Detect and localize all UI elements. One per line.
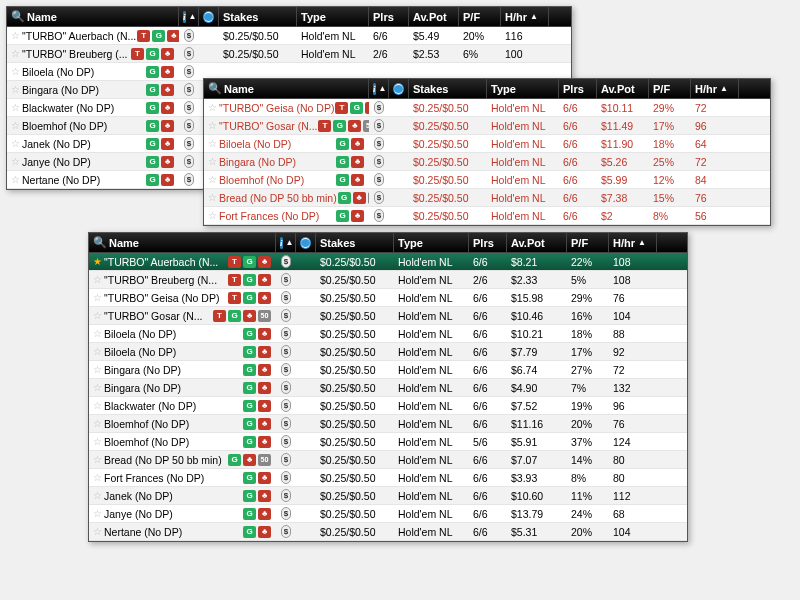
col-type[interactable]: Type [487,79,559,98]
cell-avpot: $5.31 [507,526,567,538]
cell-currency: $ [369,137,389,150]
col-avpot[interactable]: Av.Pot [409,7,459,26]
table-row[interactable]: ☆ Bingara (No DP) G♣ $ $0.25/$0.50 Hold'… [89,361,687,379]
table-row[interactable]: ☆ "TURBO" Gosar (N... TG♣50 $ $0.25/$0.5… [204,117,770,135]
col-name[interactable]: 🔍Name [204,79,369,98]
star-icon[interactable]: ☆ [93,346,102,357]
cell-plrs: 6/6 [469,310,507,322]
star-icon[interactable]: ☆ [93,418,102,429]
table-name: Bread (No DP 50 bb min) [104,454,222,466]
badge-p-icon: ♣ [258,526,271,538]
star-icon[interactable]: ☆ [93,454,102,465]
table-badges: G♣ [242,490,272,502]
table-row[interactable]: ☆ Bingara (No DP) G♣ $ $0.25/$0.50 Hold'… [204,153,770,171]
col-plrs[interactable]: Plrs [469,233,507,252]
table-row[interactable]: ☆ Biloela (No DP) G♣ $ $0.25/$0.50 Hold'… [89,325,687,343]
table-row[interactable]: ☆ Blackwater (No DP) G♣ $ $0.25/$0.50 Ho… [89,397,687,415]
table-row[interactable]: ☆ "TURBO" Breuberg (N... TG♣ $ $0.25/$0.… [89,271,687,289]
star-icon[interactable]: ★ [93,256,102,267]
col-pf[interactable]: P/F [567,233,609,252]
col-info[interactable]: i▲ [276,233,296,252]
star-icon[interactable]: ☆ [11,30,20,41]
star-icon[interactable]: ☆ [93,436,102,447]
col-name[interactable]: 🔍Name [7,7,179,26]
table-row[interactable]: ☆ "TURBO" Geisa (No DP) TG♣ $ $0.25/$0.5… [89,289,687,307]
table-row[interactable]: ☆ Janek (No DP) G♣ $ $0.25/$0.50 Hold'em… [89,487,687,505]
table-row[interactable]: ☆ Bread (No DP 50 bb min) G♣50 $ $0.25/$… [204,189,770,207]
col-region[interactable] [199,7,219,26]
col-hhr[interactable]: H/hr▲ [501,7,549,26]
table-row[interactable]: ☆ Biloela (No DP) G♣ $ $0.25/$0.50 Hold'… [89,343,687,361]
star-icon[interactable]: ☆ [93,490,102,501]
star-icon[interactable]: ☆ [11,48,20,59]
table-row[interactable]: ☆ "TURBO" Breuberg (... TG♣ $ $0.25/$0.5… [7,45,571,63]
star-icon[interactable]: ☆ [93,508,102,519]
badge-t-icon: T [228,256,241,268]
table-row[interactable]: ☆ Fort Frances (No DP) G♣ $ $0.25/$0.50 … [204,207,770,225]
table-row[interactable]: ☆ "TURBO" Gosar (N... TG♣50 $ $0.25/$0.5… [89,307,687,325]
col-type[interactable]: Type [394,233,469,252]
star-icon[interactable]: ☆ [93,274,102,285]
star-icon[interactable]: ☆ [208,192,217,203]
col-hhr[interactable]: H/hr▲ [609,233,657,252]
table-row[interactable]: ☆ "TURBO" Geisa (No DP) TG♣ $ $0.25/$0.5… [204,99,770,117]
table-row[interactable]: ☆ Janye (No DP) G♣ $ $0.25/$0.50 Hold'em… [89,505,687,523]
table-row[interactable]: ☆ Bloemhof (No DP) G♣ $ $0.25/$0.50 Hold… [204,171,770,189]
table-row[interactable]: ☆ Fort Frances (No DP) G♣ $ $0.25/$0.50 … [89,469,687,487]
star-icon[interactable]: ☆ [208,102,217,113]
col-region[interactable] [296,233,316,252]
col-plrs[interactable]: Plrs [559,79,597,98]
col-avpot[interactable]: Av.Pot [507,233,567,252]
col-pf[interactable]: P/F [649,79,691,98]
table-row[interactable]: ☆ Bread (No DP 50 bb min) G♣50 $ $0.25/$… [89,451,687,469]
col-type[interactable]: Type [297,7,369,26]
table-row[interactable]: ☆ Bloemhof (No DP) G♣ $ $0.25/$0.50 Hold… [89,433,687,451]
star-icon[interactable]: ☆ [11,120,20,131]
table-row[interactable]: ☆ Bloemhof (No DP) G♣ $ $0.25/$0.50 Hold… [89,415,687,433]
col-stakes[interactable]: Stakes [409,79,487,98]
star-icon[interactable]: ☆ [11,174,20,185]
col-info[interactable]: i▲ [369,79,389,98]
cell-currency: $ [276,255,296,268]
star-icon[interactable]: ☆ [11,102,20,113]
star-icon[interactable]: ☆ [93,472,102,483]
star-icon[interactable]: ☆ [208,138,217,149]
star-icon[interactable]: ☆ [93,382,102,393]
table-row[interactable]: ★ "TURBO" Auerbach (N... TG♣ $ $0.25/$0.… [89,253,687,271]
col-hhr[interactable]: H/hr▲ [691,79,739,98]
col-plrs[interactable]: Plrs [369,7,409,26]
col-pf[interactable]: P/F [459,7,501,26]
star-icon[interactable]: ☆ [208,210,217,221]
star-icon[interactable]: ☆ [11,138,20,149]
badge-g-icon: G [152,30,165,42]
star-icon[interactable]: ☆ [11,156,20,167]
star-icon[interactable]: ☆ [93,526,102,537]
star-icon[interactable]: ☆ [208,156,217,167]
col-info[interactable]: i▲ [179,7,199,26]
badge-t-icon: T [131,48,144,60]
star-icon[interactable]: ☆ [93,292,102,303]
cell-hhr: 100 [501,48,549,60]
table-row[interactable]: ☆ Biloela (No DP) G♣ $ $0.25/$0.50 Hold'… [204,135,770,153]
star-icon[interactable]: ☆ [208,120,217,131]
star-icon[interactable]: ☆ [208,174,217,185]
table-row[interactable]: ☆ "TURBO" Auerbach (N... TG♣ $ $0.25/$0.… [7,27,571,45]
table-row[interactable]: ☆ Nertane (No DP) G♣ $ $0.25/$0.50 Hold'… [89,523,687,541]
star-icon[interactable]: ☆ [93,400,102,411]
star-icon[interactable]: ☆ [11,84,20,95]
col-stakes[interactable]: Stakes [219,7,297,26]
star-icon[interactable]: ☆ [93,328,102,339]
search-icon[interactable]: 🔍 [11,10,25,23]
cell-plrs: 6/6 [559,174,597,186]
search-icon[interactable]: 🔍 [208,82,222,95]
star-icon[interactable]: ☆ [93,310,102,321]
table-row[interactable]: ☆ Bingara (No DP) G♣ $ $0.25/$0.50 Hold'… [89,379,687,397]
star-icon[interactable]: ☆ [93,364,102,375]
col-avpot[interactable]: Av.Pot [597,79,649,98]
col-stakes[interactable]: Stakes [316,233,394,252]
col-name[interactable]: 🔍Name [89,233,276,252]
search-icon[interactable]: 🔍 [93,236,107,249]
star-icon[interactable]: ☆ [11,66,20,77]
cell-name: ☆ "TURBO" Gosar (N... TG♣50 [89,310,276,322]
col-region[interactable] [389,79,409,98]
